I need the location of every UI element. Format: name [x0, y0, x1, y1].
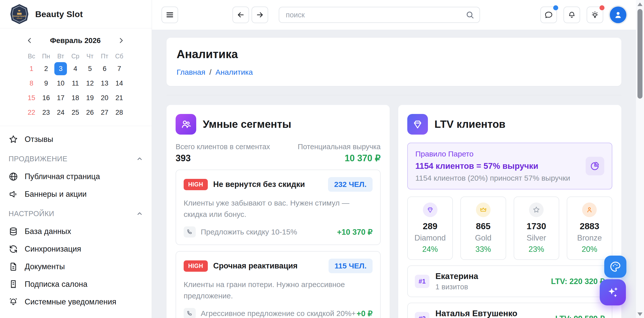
calendar-day[interactable]: 18 — [68, 91, 83, 105]
calendar-day[interactable]: 22 — [24, 105, 39, 120]
search-icon[interactable] — [465, 10, 474, 19]
tier-card-bronze[interactable]: 2883 Bronze 20% — [567, 196, 612, 260]
sidebar-section-promotion[interactable]: ПРОДВИЖЕНИЕ — [9, 150, 143, 168]
star-icon — [9, 135, 18, 144]
chat-bubble-icon — [544, 11, 553, 19]
segment-card[interactable]: HIGH Не вернутся без скидки 232 ЧЕЛ. Кли… — [176, 170, 381, 245]
sidebar-item-label: Баннеры и акции — [25, 190, 87, 199]
tier-card-diamond[interactable]: 289 Diamond 24% — [407, 196, 453, 260]
tips-button[interactable] — [587, 7, 603, 23]
calendar-day[interactable]: 16 — [39, 91, 53, 105]
back-button[interactable] — [232, 7, 249, 23]
person-icon — [582, 203, 597, 217]
top-client-row[interactable]: #1 Екатерина 1 визитов LTV: 220 320 ₽ — [407, 265, 612, 297]
sidebar-item-database[interactable]: База данных — [9, 223, 143, 240]
calendar-day[interactable]: 14 — [112, 76, 127, 91]
calendar-day[interactable]: 25 — [68, 105, 83, 120]
arrow-left-icon — [236, 11, 245, 19]
segments-stats: Всего клиентов в сегментах 393 Потенциал… — [176, 143, 381, 164]
segments-revenue-value: 10 370 ₽ — [298, 153, 381, 164]
page-scrollbar[interactable] — [636, 0, 644, 318]
calendar-day[interactable]: 10 — [53, 76, 68, 91]
tier-value: 289 — [410, 221, 450, 231]
calendar-next-icon[interactable] — [115, 35, 127, 46]
tier-percent: 23% — [517, 245, 556, 254]
diamond-icon — [423, 203, 437, 217]
palette-icon — [609, 261, 621, 273]
sidebar-item-system-notifications[interactable]: Системные уведомления — [9, 293, 143, 311]
client-name: Екатерина — [435, 271, 478, 281]
messages-button[interactable] — [540, 7, 557, 23]
calendar-day[interactable]: 20 — [97, 91, 112, 105]
breadcrumb: Главная / Аналитика — [177, 68, 611, 76]
sidebar-item-sync[interactable]: Синхронизация — [9, 240, 143, 258]
theme-palette-button[interactable] — [604, 256, 626, 278]
menu-button[interactable] — [162, 7, 178, 23]
segments-icon — [176, 114, 196, 135]
phone-icon[interactable] — [184, 308, 196, 318]
calendar-day[interactable]: 13 — [97, 76, 112, 91]
tier-card-silver[interactable]: 1730 Silver 23% — [514, 196, 559, 260]
segments-revenue-label: Потенциальная выручка — [298, 143, 381, 151]
breadcrumb-current-link[interactable]: Аналитика — [216, 68, 253, 76]
calendar-day[interactable]: 15 — [24, 91, 39, 105]
chevron-up-icon — [136, 155, 143, 162]
segments-total-label: Всего клиентов в сегментах — [176, 143, 270, 151]
top-client-row[interactable]: #2 Наталья Евтушенко 1 визитов LTV: 99 5… — [407, 303, 612, 318]
calendar-day[interactable]: 5 — [83, 61, 97, 76]
sparkles-icon — [606, 286, 620, 299]
receipt-icon — [9, 280, 18, 289]
pareto-box: Правило Парето 1154 клиентов = 57% выруч… — [407, 143, 612, 189]
calendar-day[interactable]: 3 — [53, 61, 68, 76]
sidebar-item-banners[interactable]: Баннеры и акции — [9, 185, 143, 203]
search-input[interactable] — [279, 7, 480, 23]
calendar-prev-icon[interactable] — [24, 35, 35, 46]
calendar-day[interactable]: 24 — [53, 105, 68, 120]
sidebar-item-reviews[interactable]: Отзывы — [9, 131, 143, 148]
calendar-day[interactable]: 27 — [97, 105, 112, 120]
scroll-down-arrow[interactable] — [637, 312, 642, 316]
sidebar-item-label: Отзывы — [25, 135, 53, 144]
calendar-day[interactable]: 21 — [112, 91, 127, 105]
sidebar-item-subscription[interactable]: Подписка салона — [9, 275, 143, 293]
calendar-day[interactable]: 7 — [112, 61, 127, 76]
segment-description: Клиенты уже забывают о вас. Нужен стимул… — [184, 197, 360, 220]
breadcrumb-home-link[interactable]: Главная — [177, 68, 205, 76]
calendar-day[interactable]: 17 — [53, 91, 68, 105]
sidebar-item-public-page[interactable]: Публичная страница — [9, 168, 143, 185]
sidebar-item-label: Синхронизация — [25, 245, 81, 254]
phone-icon[interactable] — [184, 226, 196, 237]
forward-button[interactable] — [252, 7, 268, 23]
ai-assistant-button[interactable] — [600, 279, 626, 305]
calendar-day[interactable]: 19 — [83, 91, 97, 105]
app-title: Beauty Slot — [35, 9, 83, 19]
calendar-day[interactable]: 2 — [39, 61, 53, 76]
user-avatar[interactable] — [610, 7, 626, 23]
calendar-day[interactable]: 28 — [112, 105, 127, 120]
segment-card[interactable]: HIGH Срочная реактивация 115 ЧЕЛ. Клиент… — [176, 251, 381, 318]
tier-percent: 24% — [410, 245, 450, 254]
weekday-label: Пн — [39, 53, 53, 60]
calendar-day[interactable]: 26 — [83, 105, 97, 120]
tier-card-gold[interactable]: 865 Gold 33% — [460, 196, 506, 260]
calendar-day[interactable]: 12 — [83, 76, 97, 91]
segments-total-value: 393 — [176, 153, 270, 164]
calendar-day[interactable]: 4 — [68, 61, 83, 76]
scrollbar-thumb[interactable] — [637, 9, 642, 99]
sidebar-section-settings[interactable]: НАСТРОЙКИ — [9, 205, 143, 223]
calendar-day[interactable]: 1 — [24, 61, 39, 76]
calendar-day[interactable]: 8 — [24, 76, 39, 91]
notifications-button[interactable] — [564, 7, 580, 23]
sidebar-item-label: Документы — [25, 262, 65, 271]
calendar-day[interactable]: 9 — [39, 76, 53, 91]
client-ltv-value: LTV: 99 589 ₽ — [555, 314, 605, 318]
calendar-day[interactable]: 11 — [68, 76, 83, 91]
sidebar-item-documents[interactable]: Документы — [9, 258, 143, 275]
scroll-up-arrow[interactable] — [637, 3, 642, 6]
tier-label: Diamond — [410, 233, 450, 243]
calendar-day[interactable]: 6 — [97, 61, 112, 76]
crown-icon — [476, 203, 491, 217]
app-logo-row[interactable]: DesignSpark Beauty Slot — [0, 0, 152, 28]
tier-value: 1730 — [517, 221, 556, 231]
calendar-day[interactable]: 23 — [39, 105, 53, 120]
